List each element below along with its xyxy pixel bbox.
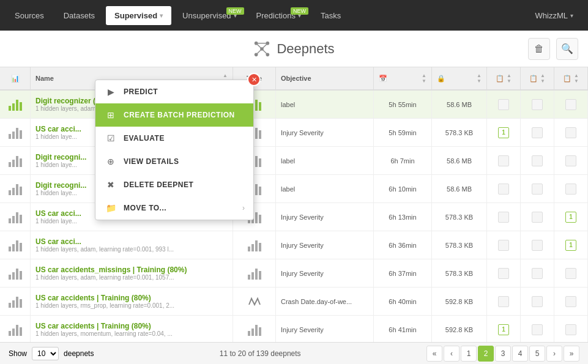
row-action3-btn[interactable] xyxy=(565,324,576,335)
row-action2-btn[interactable] xyxy=(532,296,543,307)
context-menu-item-move[interactable]: 📁 MOVE TO... › xyxy=(95,196,253,220)
next-page-button[interactable]: › xyxy=(546,346,562,362)
row-action2-btn[interactable] xyxy=(532,268,543,279)
row-action2-btn[interactable] xyxy=(532,155,543,166)
row-action2-cell[interactable] xyxy=(521,203,554,231)
row-name[interactable]: US car accidents | Training (80%) xyxy=(35,294,228,302)
row-action3-btn[interactable]: 1 xyxy=(565,240,576,251)
row-action2-cell[interactable] xyxy=(521,316,554,343)
row-action2-cell[interactable] xyxy=(521,288,554,315)
row-name[interactable]: US car acci... xyxy=(35,237,228,246)
row-action2-cell[interactable] xyxy=(521,175,554,202)
table-row[interactable]: US car accidents | Training (80%) 1 hidd… xyxy=(0,316,588,344)
first-page-button[interactable]: « xyxy=(426,346,442,362)
row-action3-cell[interactable] xyxy=(554,119,588,146)
table-row[interactable]: US car acci... 1 hidden laye... Injury S… xyxy=(0,119,588,147)
table-row[interactable]: US car accidents | Training (80%) 1 hidd… xyxy=(0,288,588,316)
row-action3-btn[interactable] xyxy=(565,155,576,166)
page-3-button[interactable]: 3 xyxy=(495,346,511,362)
nav-user-menu[interactable]: WhizzML ▾ xyxy=(527,6,582,25)
row-action1-btn[interactable] xyxy=(498,155,509,166)
th-size[interactable]: 🔒 ▲▼ xyxy=(432,67,487,89)
prev-page-button[interactable]: ‹ xyxy=(444,346,460,362)
row-action1-btn[interactable] xyxy=(498,296,509,307)
search-button[interactable]: 🔍 xyxy=(556,38,578,60)
row-action1-cell[interactable]: 1 xyxy=(487,119,521,146)
row-action3-cell[interactable] xyxy=(554,259,588,287)
table-row[interactable]: Digit recogni... 1 hidden laye... label … xyxy=(0,147,588,175)
nav-sources[interactable]: Sources xyxy=(6,6,53,25)
row-action2-cell[interactable] xyxy=(521,231,554,259)
row-action3-cell[interactable] xyxy=(554,175,588,202)
th-action3[interactable]: 📋 ▲▼ xyxy=(554,67,588,89)
row-action3-btn[interactable] xyxy=(565,296,576,307)
row-action2-btn[interactable] xyxy=(532,324,543,335)
context-menu-item-predict[interactable]: ▶ PREDICT xyxy=(95,80,253,103)
th-action1[interactable]: 📋 ▲▼ xyxy=(487,67,521,89)
row-action3-btn[interactable] xyxy=(565,127,576,138)
row-action2-btn[interactable] xyxy=(532,240,543,251)
table-row[interactable]: Digit recogni... 1 hidden laye... label … xyxy=(0,175,588,203)
row-action2-cell[interactable] xyxy=(521,119,554,146)
row-action3-btn[interactable]: 1 xyxy=(565,212,576,223)
row-action3-btn[interactable] xyxy=(565,268,576,279)
th-time[interactable]: 📅 ▲▼ xyxy=(374,67,432,89)
row-action1-cell[interactable] xyxy=(487,147,521,174)
row-action2-cell[interactable] xyxy=(521,91,554,118)
row-action1-btn[interactable] xyxy=(498,184,509,195)
row-name[interactable]: US car accidents_missings | Training (80… xyxy=(35,266,228,274)
row-action3-cell[interactable] xyxy=(554,316,588,343)
delete-button[interactable]: 🗑 xyxy=(528,38,550,60)
row-action3-cell[interactable] xyxy=(554,91,588,118)
row-action1-btn[interactable] xyxy=(498,268,509,279)
row-action1-cell[interactable]: 1 xyxy=(487,316,521,343)
row-action1-btn[interactable] xyxy=(498,99,509,110)
row-action2-cell[interactable] xyxy=(521,259,554,287)
row-action1-btn[interactable] xyxy=(498,240,509,251)
context-menu-item-batch[interactable]: ⊞ CREATE BATCH PREDICTION xyxy=(95,103,253,127)
table-row[interactable]: US car accidents_missings | Training (80… xyxy=(0,259,588,288)
row-action1-cell[interactable] xyxy=(487,231,521,259)
row-action1-btn[interactable] xyxy=(498,212,509,223)
table-row[interactable]: US car acci... 1 hidden laye... Injury S… xyxy=(0,203,588,231)
page-5-button[interactable]: 5 xyxy=(529,346,545,362)
row-name-cell[interactable]: US car acci... 1 hidden layers, adam, le… xyxy=(31,231,233,259)
close-button[interactable]: ✕ xyxy=(247,73,261,86)
last-page-button[interactable]: » xyxy=(564,346,579,362)
context-menu-item-delete[interactable]: ✖ DELETE DEEPNET xyxy=(95,173,253,196)
nav-tasks[interactable]: Tasks xyxy=(312,6,349,25)
row-action2-btn[interactable] xyxy=(532,127,543,138)
nav-predictions[interactable]: Predictions ▾ NEW xyxy=(248,6,310,25)
row-name[interactable]: US car accidents | Training (80%) xyxy=(35,322,228,330)
row-action1-btn[interactable]: 1 xyxy=(498,324,509,335)
per-page-select[interactable]: 10 20 50 xyxy=(32,347,59,360)
row-name-cell[interactable]: US car accidents_missings | Training (80… xyxy=(31,259,233,287)
nav-datasets[interactable]: Datasets xyxy=(55,6,103,25)
row-action1-btn[interactable]: 1 xyxy=(498,127,509,138)
row-action1-cell[interactable] xyxy=(487,203,521,231)
row-action3-cell[interactable]: 1 xyxy=(554,203,588,231)
row-action1-cell[interactable] xyxy=(487,259,521,287)
row-name-cell[interactable]: US car accidents | Training (80%) 1 hidd… xyxy=(31,288,233,315)
row-action3-btn[interactable] xyxy=(565,184,576,195)
page-1-button[interactable]: 1 xyxy=(461,346,477,362)
row-action3-cell[interactable] xyxy=(554,147,588,174)
th-action2[interactable]: 📋 ▲▼ xyxy=(521,67,554,89)
row-action3-cell[interactable]: 1 xyxy=(554,231,588,259)
row-action3-btn[interactable] xyxy=(565,99,576,110)
context-menu-item-evaluate[interactable]: ☑ EVALUATE xyxy=(95,127,253,150)
row-action3-cell[interactable] xyxy=(554,288,588,315)
row-action2-btn[interactable] xyxy=(532,212,543,223)
row-name-cell[interactable]: US car accidents | Training (80%) 1 hidd… xyxy=(31,316,233,343)
row-action1-cell[interactable] xyxy=(487,91,521,118)
context-menu-item-details[interactable]: ⊕ VIEW DETAILS xyxy=(95,150,253,173)
row-action2-btn[interactable] xyxy=(532,184,543,195)
table-row[interactable]: Digit recognizer (train) | Training (80%… xyxy=(0,91,588,119)
nav-unsupervised[interactable]: Unsupervised ▾ NEW xyxy=(174,6,245,25)
row-action1-cell[interactable] xyxy=(487,288,521,315)
table-row[interactable]: US car acci... 1 hidden layers, adam, le… xyxy=(0,231,588,259)
row-action2-btn[interactable] xyxy=(532,99,543,110)
nav-supervised[interactable]: Supervised ▾ xyxy=(106,6,171,25)
row-action2-cell[interactable] xyxy=(521,147,554,174)
row-action1-cell[interactable] xyxy=(487,175,521,202)
